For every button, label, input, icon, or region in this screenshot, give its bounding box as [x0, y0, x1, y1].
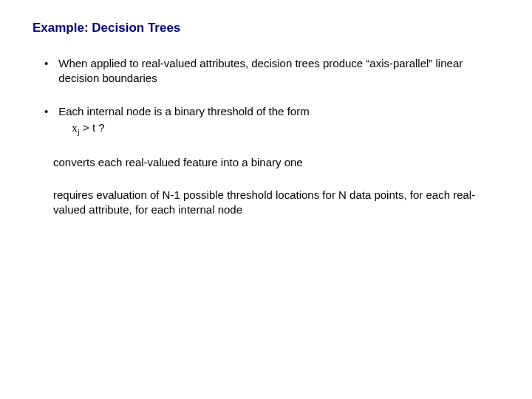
- formula-rest: > t ?: [80, 121, 105, 134]
- formula-var: x: [72, 122, 78, 134]
- bullet-marker: •: [44, 104, 48, 137]
- paragraph: converts each real-valued feature into a…: [30, 155, 502, 170]
- threshold-formula: xj > t ?: [58, 120, 502, 137]
- paragraph: requires evaluation of N-1 possible thre…: [30, 188, 502, 218]
- bullet-marker: •: [44, 56, 48, 86]
- bullet-item: • Each internal node is a binary thresho…: [30, 104, 502, 137]
- slide-title: Example: Decision Trees: [33, 21, 502, 35]
- bullet-text-line: Each internal node is a binary threshold…: [58, 105, 309, 117]
- bullet-text: Each internal node is a binary threshold…: [58, 104, 502, 137]
- bullet-item: • When applied to real-valued attributes…: [30, 56, 502, 86]
- bullet-text: When applied to real-valued attributes, …: [58, 56, 502, 86]
